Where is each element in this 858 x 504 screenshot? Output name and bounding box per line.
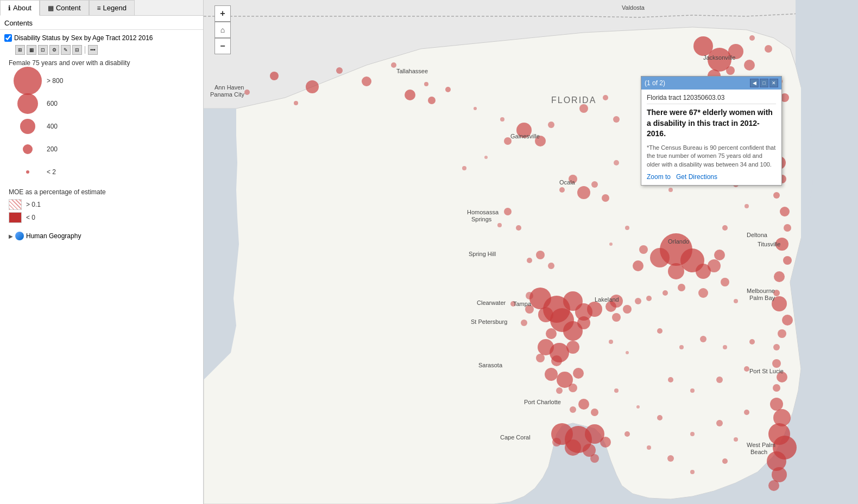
tab-about[interactable]: ℹ About bbox=[0, 0, 40, 16]
moe-section: MOE as a percentage of estimate > 0.1 < … bbox=[4, 188, 199, 223]
svg-point-56 bbox=[668, 263, 684, 279]
svg-text:Cape Coral: Cape Coral bbox=[500, 434, 531, 441]
svg-text:Orlando: Orlando bbox=[668, 238, 689, 245]
svg-text:Tallahassee: Tallahassee bbox=[396, 68, 428, 74]
popup-zoom-link[interactable]: Zoom to bbox=[647, 173, 671, 181]
bubble-label-2: 600 bbox=[47, 100, 58, 107]
svg-point-96 bbox=[536, 354, 545, 362]
bubble-3 bbox=[20, 119, 35, 134]
popup-main-text: There were 67* elderly women with a disa… bbox=[647, 107, 776, 139]
svg-point-17 bbox=[744, 60, 755, 71]
svg-point-113 bbox=[600, 437, 611, 448]
human-geo-row[interactable]: ▶ Human Geography bbox=[4, 229, 199, 243]
svg-point-107 bbox=[570, 406, 576, 413]
tab-legend[interactable]: ≡ Legend bbox=[89, 0, 135, 15]
svg-point-143 bbox=[609, 340, 613, 344]
svg-point-138 bbox=[657, 328, 663, 334]
svg-point-90 bbox=[623, 305, 632, 314]
svg-point-40 bbox=[784, 224, 791, 232]
home-button[interactable]: ⌂ bbox=[214, 22, 231, 38]
legend-icon: ≡ bbox=[97, 4, 101, 12]
svg-text:Sarasota: Sarasota bbox=[478, 362, 503, 368]
svg-point-137 bbox=[734, 299, 738, 303]
svg-point-145 bbox=[668, 377, 673, 382]
popup: (1 of 2) ◀ □ ✕ Florida tract 120350603.0… bbox=[641, 76, 782, 186]
svg-point-84 bbox=[546, 328, 557, 339]
svg-point-6 bbox=[362, 76, 371, 86]
svg-point-147 bbox=[716, 377, 723, 383]
svg-point-153 bbox=[716, 420, 723, 426]
svg-point-7 bbox=[391, 62, 396, 68]
tool-separator bbox=[85, 46, 85, 54]
tool-table-icon[interactable]: ⊞ bbox=[15, 45, 25, 55]
svg-point-115 bbox=[590, 454, 599, 463]
svg-text:Jacksonville: Jacksonville bbox=[703, 54, 735, 61]
svg-point-125 bbox=[484, 156, 488, 159]
legend-description: Female 75 years and over with a disabili… bbox=[4, 59, 199, 67]
tool-edit-icon[interactable]: ✎ bbox=[61, 45, 71, 55]
tool-chart-icon[interactable]: ▦ bbox=[27, 45, 36, 55]
svg-point-99 bbox=[573, 368, 584, 379]
tab-about-label: About bbox=[13, 4, 31, 12]
about-icon: ℹ bbox=[8, 4, 11, 12]
tool-settings-icon[interactable]: ⚙ bbox=[49, 45, 59, 55]
popup-links: Zoom to Get Directions bbox=[647, 173, 776, 181]
svg-point-44 bbox=[559, 187, 565, 193]
svg-point-154 bbox=[744, 410, 749, 415]
svg-point-130 bbox=[668, 188, 673, 192]
popup-expand-button[interactable]: □ bbox=[760, 79, 768, 87]
zoom-in-button[interactable]: + bbox=[214, 5, 231, 22]
svg-point-60 bbox=[639, 245, 648, 254]
zoom-out-button[interactable]: − bbox=[214, 38, 231, 54]
svg-text:Springs: Springs bbox=[471, 216, 492, 222]
bubble-row-1: > 800 bbox=[9, 71, 199, 91]
svg-text:Port Charlotte: Port Charlotte bbox=[524, 399, 561, 405]
svg-text:St Petersburg: St Petersburg bbox=[471, 318, 507, 325]
tool-more-icon[interactable]: ••• bbox=[88, 45, 98, 55]
contents-label: Contents bbox=[0, 16, 203, 30]
svg-point-39 bbox=[780, 207, 790, 216]
layer-header: Disability Status by Sex by Age Tract 20… bbox=[4, 34, 199, 42]
map-area[interactable]: Valdosta Jacksonville Tallahassee FLORID… bbox=[204, 0, 858, 504]
moe-swatch-solid bbox=[9, 212, 22, 223]
svg-point-8 bbox=[294, 101, 298, 105]
svg-point-46 bbox=[504, 208, 512, 215]
svg-point-126 bbox=[462, 166, 466, 170]
svg-point-70 bbox=[782, 315, 793, 326]
popup-prev-button[interactable]: ◀ bbox=[750, 79, 759, 87]
popup-close-button[interactable]: ✕ bbox=[769, 79, 778, 87]
svg-point-80 bbox=[577, 316, 590, 329]
svg-point-101 bbox=[556, 387, 563, 394]
svg-point-135 bbox=[609, 243, 613, 246]
popup-directions-link[interactable]: Get Directions bbox=[676, 173, 717, 181]
layer-checkbox[interactable] bbox=[4, 34, 12, 42]
moe-row-2: < 0 bbox=[9, 212, 199, 223]
svg-point-133 bbox=[722, 225, 728, 231]
svg-point-5 bbox=[336, 67, 343, 74]
svg-point-152 bbox=[690, 432, 695, 436]
svg-point-51 bbox=[774, 271, 785, 282]
tool-image-icon[interactable]: ⊟ bbox=[72, 45, 82, 55]
svg-text:Homosassa: Homosassa bbox=[467, 209, 499, 215]
popup-header: (1 of 2) ◀ □ ✕ bbox=[641, 76, 781, 90]
bubble-container-5 bbox=[9, 170, 47, 174]
svg-text:Lakeland: Lakeland bbox=[595, 296, 619, 303]
svg-point-13 bbox=[424, 82, 428, 86]
popup-footnote: *The Census Bureau is 90 percent confide… bbox=[647, 144, 776, 169]
svg-point-114 bbox=[552, 438, 561, 446]
layer-section: Disability Status by Sex by Age Tract 20… bbox=[0, 30, 203, 247]
svg-point-38 bbox=[773, 192, 780, 199]
svg-point-12 bbox=[445, 87, 451, 92]
svg-text:Tampa: Tampa bbox=[513, 301, 532, 307]
svg-point-149 bbox=[614, 388, 619, 393]
bubble-row-4: 200 bbox=[9, 139, 199, 159]
svg-point-59 bbox=[708, 259, 721, 272]
svg-point-94 bbox=[566, 341, 579, 354]
bubble-4 bbox=[23, 144, 33, 154]
tool-filter-icon[interactable]: ⊡ bbox=[38, 45, 48, 55]
content-icon: ▦ bbox=[48, 4, 54, 12]
svg-point-43 bbox=[591, 181, 598, 188]
moe-row-1: > 0.1 bbox=[9, 199, 199, 210]
svg-point-156 bbox=[722, 458, 728, 464]
tab-content[interactable]: ▦ Content bbox=[40, 0, 89, 15]
